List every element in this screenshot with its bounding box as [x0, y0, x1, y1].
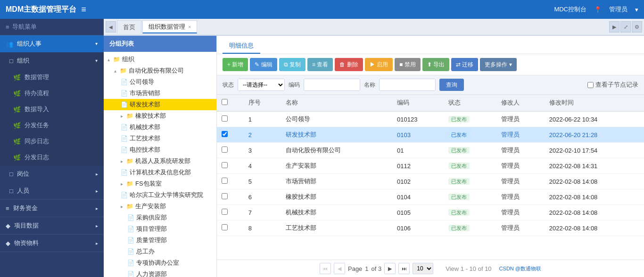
table-row[interactable]: 4 生产安装部 0112 已发布 管理员 2022-02-08 14:31: [217, 158, 644, 174]
tree-node-fs[interactable]: ▸ 📁 FS包装室: [104, 178, 216, 189]
table-row[interactable]: 3 自动化股份有限公司 01 已发布 管理员 2022-02-10 17:54: [217, 143, 644, 158]
tree-node-special-office[interactable]: 📄 专项协调办公室: [104, 257, 216, 269]
tree-node-chief-eng[interactable]: 📄 总工办: [104, 246, 216, 257]
sidebar-group-finance: ≡ 财务资金 ▸: [0, 200, 104, 217]
tree-node-company[interactable]: ▴ 📁 自动化股份有限公司: [104, 65, 216, 76]
row-modify-time: 2022-02-08 14:08: [545, 205, 644, 220]
tab-settings-btn[interactable]: ⚙: [632, 21, 642, 33]
page-first-btn[interactable]: ⏮: [320, 263, 331, 274]
tree-node-mechanical[interactable]: 📄 机械技术部: [104, 122, 216, 133]
row-select-checkbox[interactable]: [222, 131, 228, 137]
settings-icon[interactable]: ▾: [635, 6, 638, 13]
sidebar-item-dist-task[interactable]: 🌿 分发任务: [0, 117, 104, 133]
tree-node-marketing[interactable]: 📄 市场营销部: [104, 88, 216, 99]
page-prev-btn[interactable]: ◀: [334, 263, 345, 274]
mdc-console-link[interactable]: MDC控制台: [554, 5, 586, 14]
code-input[interactable]: [304, 79, 360, 91]
migrate-button[interactable]: ⇄ 迁移: [451, 58, 478, 71]
row-select-checkbox[interactable]: [222, 209, 228, 215]
more-button[interactable]: 更多操作 ▾: [480, 58, 516, 71]
row-checkbox[interactable]: [217, 205, 244, 220]
table-row[interactable]: 8 工艺技术部 0106 已发布 管理员 2022-02-08 14:08: [217, 220, 644, 236]
row-select-checkbox[interactable]: [222, 224, 228, 230]
tree-node-org-root[interactable]: ▴ 📁 组织: [104, 54, 216, 65]
tree-node-production[interactable]: ▸ 📁 生产安装部: [104, 201, 216, 212]
row-select-checkbox[interactable]: [222, 115, 228, 122]
tree-node-procurement[interactable]: 📄 采购供应部: [104, 212, 216, 223]
row-select-checkbox[interactable]: [222, 193, 228, 199]
sidebar-item-finance[interactable]: ≡ 财务资金 ▸: [0, 200, 104, 217]
sidebar-item-data-import[interactable]: 🌿 数据导入: [0, 101, 104, 117]
page-next-btn[interactable]: ▶: [384, 263, 396, 274]
row-select-checkbox[interactable]: [222, 147, 228, 153]
status-badge: 已发布: [448, 163, 470, 169]
tree-body[interactable]: ▴ 📁 组织 ▴ 📁 自动化股份有限公司 📄 公司领导: [104, 52, 216, 277]
sidebar-item-position[interactable]: □ 岗位 ▸: [0, 165, 104, 182]
row-checkbox[interactable]: [217, 189, 244, 205]
sidebar-item-data-mgmt[interactable]: 🌿 数据管理: [0, 69, 104, 85]
row-name: 公司领导: [281, 111, 392, 127]
delete-button[interactable]: 🗑 删除: [335, 58, 363, 71]
table-row[interactable]: 5 市场营销部 0102 已发布 管理员 2022-02-08 14:08: [217, 174, 644, 189]
per-page-select[interactable]: 10 20 50: [413, 263, 433, 274]
copy-button[interactable]: ⧉ 复制: [279, 58, 305, 71]
tree-node-pm[interactable]: 📄 项目管理部: [104, 223, 216, 235]
row-checkbox[interactable]: [217, 158, 244, 174]
name-input[interactable]: [379, 79, 436, 91]
sidebar-item-sync-log[interactable]: 🌿 同步日志: [0, 133, 104, 149]
check-child-nodes-input[interactable]: [587, 82, 594, 88]
menu-toggle-icon[interactable]: ≡: [81, 5, 86, 15]
table-row[interactable]: 6 橡胶技术部 0104 已发布 管理员 2022-02-08 14:08: [217, 189, 644, 205]
row-select-checkbox[interactable]: [222, 178, 228, 184]
sidebar-item-project[interactable]: ◆ 项目数据 ▸: [0, 217, 104, 234]
sidebar-item-material[interactable]: ◆ 物资物料 ▸: [0, 235, 104, 252]
tree-node-process[interactable]: 📄 工艺技术部: [104, 133, 216, 144]
tree-node-quality[interactable]: 📄 质量管理部: [104, 235, 216, 246]
table-row[interactable]: 2 研发技术部 0103 已发布 管理员 2022-06-20 21:28: [217, 127, 644, 143]
export-button[interactable]: ⬆ 导出: [422, 58, 449, 71]
row-checkbox[interactable]: [217, 220, 244, 236]
row-checkbox[interactable]: [217, 127, 244, 143]
tree-node-electrical[interactable]: 📄 电控技术部: [104, 144, 216, 155]
disable-button[interactable]: ■ 禁用: [395, 58, 421, 71]
header-right: MDC控制台 📍 管理员 ▾: [554, 5, 638, 14]
add-button[interactable]: + 新增: [223, 58, 248, 71]
view-button[interactable]: ≡ 查看: [307, 58, 333, 71]
row-select-checkbox[interactable]: [222, 162, 228, 168]
row-checkbox[interactable]: [217, 143, 244, 158]
tree-node-robot[interactable]: ▸ 📁 机器人及系统研发部: [104, 155, 216, 167]
table-row[interactable]: 7 机械技术部 0105 已发布 管理员 2022-02-08 14:08: [217, 205, 644, 220]
tree-node-hr[interactable]: 📄 人力资源部: [104, 269, 216, 277]
tab-maximize-btn[interactable]: ⤢: [620, 21, 631, 33]
tab-next-btn[interactable]: ▶: [609, 21, 619, 33]
sidebar-item-pending-flow[interactable]: 🌿 待办流程: [0, 85, 104, 101]
row-checkbox[interactable]: [217, 111, 244, 127]
sidebar-item-person[interactable]: □ 人员 ▸: [0, 182, 104, 199]
status-select[interactable]: --请选择--: [238, 79, 285, 91]
sidebar-item-org[interactable]: □ 组织 ▸: [0, 52, 104, 69]
tree-node-rubber[interactable]: ▸ 📁 橡胶技术部: [104, 110, 216, 122]
tree-node-computer[interactable]: 📄 计算机技术及信息化部: [104, 167, 216, 178]
org-hr-icon: 👥: [6, 41, 13, 48]
tab-home[interactable]: 首页: [117, 20, 141, 33]
tab-org-data[interactable]: 组织数据管理 ×: [142, 20, 197, 33]
table-row[interactable]: 1 公司领导 010123 已发布 管理员 2022-06-22 10:34: [217, 111, 644, 127]
row-checkbox[interactable]: [217, 174, 244, 189]
finance-icon: ≡: [6, 205, 9, 212]
tab-close-icon[interactable]: ×: [188, 24, 191, 30]
tree-node-harbin[interactable]: 📄 哈尔滨工业大学博实研究院: [104, 189, 216, 201]
tab-bar: ◀ 首页 组织数据管理 × ▶ ⤢ ⚙: [104, 19, 644, 36]
edit-button[interactable]: ✎ 编辑: [250, 58, 277, 71]
query-button[interactable]: 查询: [439, 79, 464, 91]
tab-prev-btn[interactable]: ◀: [106, 21, 116, 33]
tree-node-rd[interactable]: 📄 研发技术部: [104, 99, 216, 110]
expand-robot-icon: ▸: [121, 159, 126, 164]
tab-detail-info[interactable]: 明细信息: [223, 39, 260, 54]
page-last-btn[interactable]: ⏭: [398, 263, 410, 274]
sidebar-item-org-hr[interactable]: 👥 组织人事 ▸: [0, 35, 104, 52]
select-all-checkbox[interactable]: [222, 99, 228, 105]
enable-button[interactable]: ▶ 启用: [365, 58, 393, 71]
admin-user[interactable]: 管理员: [609, 5, 627, 14]
sidebar-item-dist-log[interactable]: 🌿 分发日志: [0, 149, 104, 165]
tree-node-company-leader[interactable]: 📄 公司领导: [104, 76, 216, 88]
